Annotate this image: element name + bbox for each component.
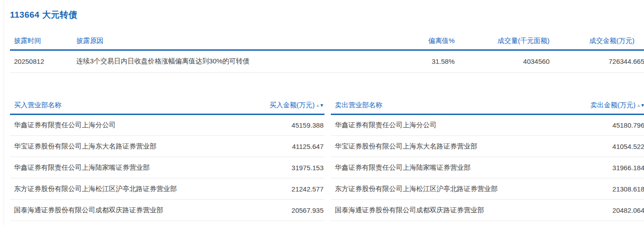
col-header-sell-branch-name: 卖出营业部名称 (331, 97, 559, 115)
branch-amount-cell: 41125.647 (239, 136, 324, 157)
branch-amount-cell: 31966.184 (559, 157, 644, 178)
sort-icons[interactable]: ▲▼ (315, 103, 324, 108)
disclosure-table: 披露时间 披露原因 偏离值% 成交量(千元面额) 成交金额(万元) 202508… (10, 33, 644, 73)
branch-amount-cell: 45180.796 (559, 115, 644, 136)
sort-asc-icon[interactable]: ▲ (636, 103, 640, 108)
table-row: 华鑫证券有限责任公司上海陆家嘴证券营业部 31966.184 (331, 157, 644, 178)
branch-name-cell: 东方证券股份有限公司上海松江区沪亭北路证券营业部 (10, 178, 239, 200)
branch-name-cell: 国泰海通证券股份有限公司成都双庆路证券营业部 (10, 200, 239, 221)
buy-table-body: 华鑫证券有限责任公司上海分公司 45159.388 华宝证券股份有限公司上海东大… (10, 115, 324, 221)
sort-desc-icon[interactable]: ▼ (320, 103, 324, 108)
branch-name-cell: 华鑫证券有限责任公司上海分公司 (10, 115, 239, 136)
col-header-disclosure-reason: 披露原因 (72, 33, 365, 50)
buy-table: 买入营业部名称 买入金额(万元)▲▼ 华鑫证券有限责任公司上海分公司 45159… (10, 97, 324, 221)
table-row: 华宝证券股份有限公司上海东大名路证券营业部 41125.647 (10, 136, 324, 157)
bond-lhb-page: 113664 大元转债 披露时间 披露原因 偏离值% 成交量(千元面额) 成交金… (4, 0, 644, 225)
col-header-volume: 成交量(千元面额) (456, 33, 550, 50)
sort-asc-icon[interactable]: ▲ (315, 103, 320, 108)
branch-name-cell: 华鑫证券有限责任公司上海陆家嘴证券营业部 (10, 157, 239, 178)
table-row: 华鑫证券有限责任公司上海陆家嘴证券营业部 31975.153 (10, 157, 324, 178)
sell-amount-header-label: 卖出金额(万元) (590, 101, 635, 109)
sell-table-panel: 卖出营业部名称 卖出金额(万元)▲▼ 华鑫证券有限责任公司上海分公司 45180… (331, 97, 644, 221)
branch-tables-section: 买入营业部名称 买入金额(万元)▲▼ 华鑫证券有限责任公司上海分公司 45159… (10, 97, 644, 221)
table-row: 华鑫证券有限责任公司上海分公司 45180.796 (331, 115, 644, 136)
volume-cell: 4034560 (456, 50, 550, 72)
col-header-turnover: 成交金额(万元) (550, 33, 644, 50)
col-header-buy-amount-sort[interactable]: 买入金额(万元)▲▼ (239, 97, 324, 115)
deviation-cell: 31.58% (365, 50, 456, 72)
table-row: 华宝证券股份有限公司上海东大名路证券营业部 41054.522 (331, 136, 644, 157)
branch-name-cell: 华鑫证券有限责任公司上海分公司 (331, 115, 559, 136)
disclosure-table-header: 披露时间 披露原因 偏离值% 成交量(千元面额) 成交金额(万元) (10, 33, 644, 50)
branch-name-cell: 华宝证券股份有限公司上海东大名路证券营业部 (331, 136, 559, 157)
col-header-sell-amount-sort[interactable]: 卖出金额(万元)▲▼ (559, 97, 644, 115)
branch-name-cell: 华宝证券股份有限公司上海东大名路证券营业部 (10, 136, 239, 157)
branch-amount-cell: 31975.153 (239, 157, 324, 178)
buy-amount-header-label: 买入金额(万元) (269, 101, 315, 109)
buy-table-panel: 买入营业部名称 买入金额(万元)▲▼ 华鑫证券有限责任公司上海分公司 45159… (10, 97, 324, 221)
branch-amount-cell: 45159.388 (239, 115, 324, 136)
sell-table-body: 华鑫证券有限责任公司上海分公司 45180.796 华宝证券股份有限公司上海东大… (331, 115, 644, 221)
sort-desc-icon[interactable]: ▼ (640, 103, 644, 108)
branch-amount-cell: 21308.618 (559, 178, 644, 200)
disclosure-row: 20250812 连续3个交易日内日收盘价格涨幅偏离值达到30%的可转债 31.… (10, 50, 644, 72)
sort-icons[interactable]: ▲▼ (636, 103, 644, 108)
branch-name-cell: 东方证券股份有限公司上海松江区沪亭北路证券营业部 (331, 178, 559, 200)
table-row: 国泰海通证券股份有限公司成都双庆路证券营业部 20567.935 (10, 200, 324, 221)
turnover-cell: 726344.665 (550, 50, 644, 72)
disclosure-reason-cell: 连续3个交易日内日收盘价格涨幅偏离值达到30%的可转债 (72, 50, 365, 72)
branch-amount-cell: 20482.064 (559, 200, 644, 221)
col-header-buy-branch-name: 买入营业部名称 (10, 97, 239, 115)
table-row: 东方证券股份有限公司上海松江区沪亭北路证券营业部 21242.577 (10, 178, 324, 200)
table-row: 东方证券股份有限公司上海松江区沪亭北路证券营业部 21308.618 (331, 178, 644, 200)
table-row: 国泰海通证券股份有限公司成都双庆路证券营业部 20482.064 (331, 200, 644, 221)
page-title: 113664 大元转债 (10, 10, 644, 20)
disclosure-date-cell: 20250812 (10, 50, 72, 72)
branch-amount-cell: 21242.577 (239, 178, 324, 200)
col-header-deviation: 偏离值% (365, 33, 456, 50)
table-row: 华鑫证券有限责任公司上海分公司 45159.388 (10, 115, 324, 136)
col-header-disclosure-date: 披露时间 (10, 33, 72, 50)
branch-amount-cell: 20567.935 (239, 200, 324, 221)
branch-amount-cell: 41054.522 (559, 136, 644, 157)
branch-name-cell: 华鑫证券有限责任公司上海陆家嘴证券营业部 (331, 157, 559, 178)
branch-name-cell: 国泰海通证券股份有限公司成都双庆路证券营业部 (331, 200, 559, 221)
sell-table: 卖出营业部名称 卖出金额(万元)▲▼ 华鑫证券有限责任公司上海分公司 45180… (331, 97, 644, 221)
